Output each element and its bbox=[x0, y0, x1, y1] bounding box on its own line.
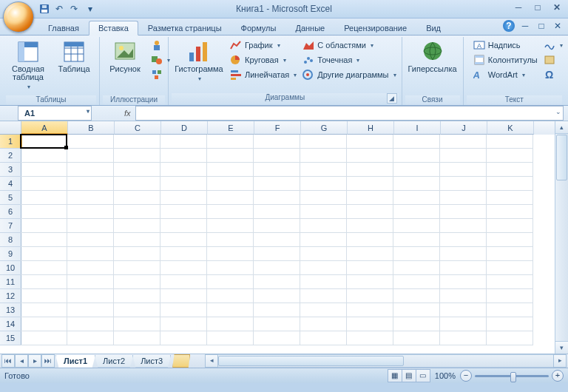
cell[interactable] bbox=[393, 149, 440, 163]
cell[interactable] bbox=[67, 261, 114, 275]
row-header[interactable]: 7 bbox=[0, 219, 21, 233]
cell[interactable] bbox=[67, 289, 114, 303]
row-header[interactable]: 8 bbox=[0, 233, 21, 247]
cell[interactable] bbox=[160, 149, 207, 163]
cell[interactable] bbox=[440, 191, 487, 205]
cell[interactable] bbox=[347, 303, 393, 317]
minimize-button[interactable]: ─ bbox=[512, 1, 525, 13]
ribbon-restore-button[interactable]: □ bbox=[535, 20, 547, 32]
row-header[interactable]: 15 bbox=[0, 331, 21, 345]
cell[interactable] bbox=[440, 303, 487, 317]
cell[interactable] bbox=[440, 275, 487, 289]
cell[interactable] bbox=[207, 247, 254, 261]
cell[interactable] bbox=[160, 233, 207, 247]
cell[interactable] bbox=[440, 317, 487, 331]
object-button[interactable] bbox=[541, 53, 558, 67]
cell[interactable] bbox=[114, 233, 160, 247]
cell[interactable] bbox=[254, 163, 300, 177]
cell[interactable] bbox=[114, 247, 160, 261]
maximize-button[interactable]: □ bbox=[531, 1, 544, 13]
redo-icon[interactable]: ↷ bbox=[68, 3, 80, 15]
cell[interactable] bbox=[254, 205, 300, 219]
cell[interactable] bbox=[440, 177, 487, 191]
cell[interactable] bbox=[207, 177, 254, 191]
cell[interactable] bbox=[21, 289, 67, 303]
scroll-left-button[interactable]: ◂ bbox=[205, 354, 218, 368]
cell[interactable] bbox=[160, 261, 207, 275]
cell[interactable] bbox=[393, 247, 440, 261]
cell[interactable] bbox=[347, 247, 393, 261]
column-chart-button[interactable]: Гистограмма▾ bbox=[172, 38, 226, 84]
cell[interactable] bbox=[67, 247, 114, 261]
cell[interactable] bbox=[160, 275, 207, 289]
sheet-tab[interactable]: Лист2 bbox=[95, 355, 133, 368]
cell[interactable] bbox=[487, 247, 533, 261]
cell[interactable] bbox=[393, 177, 440, 191]
cell[interactable] bbox=[347, 275, 393, 289]
cell[interactable] bbox=[160, 317, 207, 331]
cell[interactable] bbox=[487, 317, 533, 331]
cell[interactable] bbox=[207, 289, 254, 303]
cell[interactable] bbox=[347, 149, 393, 163]
cell[interactable] bbox=[160, 205, 207, 219]
column-header[interactable]: K bbox=[487, 121, 534, 135]
sheet-nav-prev[interactable]: ◂ bbox=[15, 354, 28, 368]
pie-chart-button[interactable]: Круговая▾ bbox=[228, 53, 299, 67]
sheet-tab[interactable]: Лист3 bbox=[132, 355, 171, 368]
cell[interactable] bbox=[21, 303, 67, 317]
clipart-button[interactable] bbox=[149, 38, 165, 52]
cell[interactable] bbox=[440, 331, 487, 345]
cell[interactable] bbox=[487, 177, 533, 191]
cell[interactable] bbox=[67, 191, 114, 205]
cell[interactable] bbox=[487, 205, 533, 219]
scroll-up-button[interactable]: ▴ bbox=[555, 121, 568, 134]
picture-button[interactable]: Рисунок bbox=[103, 38, 147, 75]
cell[interactable] bbox=[160, 247, 207, 261]
cell[interactable] bbox=[254, 233, 300, 247]
cell[interactable] bbox=[300, 205, 347, 219]
cell[interactable] bbox=[67, 149, 114, 163]
cell[interactable] bbox=[114, 261, 160, 275]
cell[interactable] bbox=[160, 135, 207, 149]
cell[interactable] bbox=[254, 219, 300, 233]
cell[interactable] bbox=[487, 289, 533, 303]
view-pagebreak-button[interactable]: ▭ bbox=[416, 369, 430, 382]
column-header[interactable]: F bbox=[254, 121, 301, 135]
help-icon[interactable]: ? bbox=[503, 20, 515, 32]
column-header[interactable]: J bbox=[441, 121, 487, 135]
cell[interactable] bbox=[393, 135, 440, 149]
cell[interactable] bbox=[254, 149, 300, 163]
cell[interactable] bbox=[487, 191, 533, 205]
cell[interactable] bbox=[487, 275, 533, 289]
cell[interactable] bbox=[114, 303, 160, 317]
bar-chart-button[interactable]: Линейчатая▾ bbox=[228, 68, 299, 81]
cell[interactable] bbox=[207, 205, 254, 219]
cell[interactable] bbox=[300, 177, 347, 191]
cell[interactable] bbox=[440, 149, 487, 163]
cell[interactable] bbox=[67, 135, 114, 149]
cell[interactable] bbox=[487, 149, 533, 163]
row-header[interactable]: 14 bbox=[0, 317, 21, 331]
cell[interactable] bbox=[440, 163, 487, 177]
cell[interactable] bbox=[300, 191, 347, 205]
cell[interactable] bbox=[440, 289, 487, 303]
cell[interactable] bbox=[254, 331, 300, 345]
column-header[interactable]: E bbox=[208, 121, 254, 135]
cell[interactable] bbox=[207, 149, 254, 163]
cell[interactable] bbox=[300, 289, 347, 303]
cell[interactable] bbox=[67, 163, 114, 177]
cell[interactable] bbox=[114, 177, 160, 191]
formula-bar[interactable]: ⌄ bbox=[135, 106, 564, 121]
horizontal-scrollbar-track[interactable] bbox=[218, 354, 553, 368]
cell[interactable] bbox=[160, 191, 207, 205]
cell[interactable] bbox=[21, 149, 67, 163]
select-all-corner[interactable] bbox=[0, 121, 21, 135]
cell[interactable] bbox=[21, 247, 67, 261]
cell[interactable] bbox=[440, 205, 487, 219]
header-footer-button[interactable]: Колонтитулы bbox=[471, 53, 540, 67]
cell[interactable] bbox=[114, 149, 160, 163]
cell[interactable] bbox=[114, 317, 160, 331]
cell[interactable] bbox=[254, 289, 300, 303]
cell[interactable] bbox=[160, 177, 207, 191]
cell[interactable] bbox=[300, 261, 347, 275]
